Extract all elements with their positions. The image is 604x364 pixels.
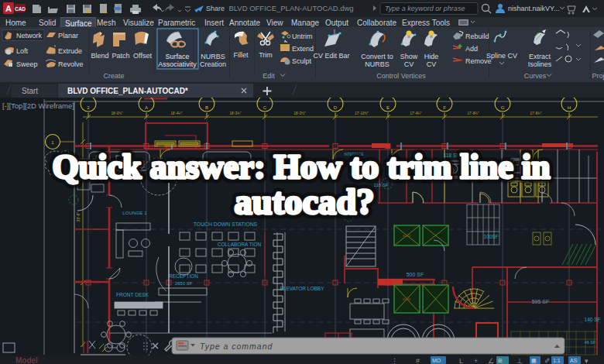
svg-text:Proje: Proje — [592, 72, 604, 80]
svg-text:Hide: Hide — [424, 53, 439, 60]
svg-text:CAD: CAD — [15, 6, 26, 12]
svg-text:▦: ▦ — [531, 358, 537, 363]
svg-text:CV: CV — [427, 60, 437, 68]
svg-text:▾: ▾ — [585, 357, 589, 364]
svg-text:Spline CV: Spline CV — [486, 52, 517, 60]
svg-text:Untrim: Untrim — [292, 33, 313, 40]
svg-text:Offset: Offset — [133, 52, 152, 60]
svg-text:Creation: Creation — [200, 60, 226, 68]
svg-text:Quick answer: How to trim line: Quick answer: How to trim line in — [53, 148, 551, 186]
svg-text:#: # — [416, 357, 420, 364]
svg-text:Share: Share — [206, 5, 225, 12]
svg-text:⊥: ⊥ — [516, 357, 523, 364]
svg-text:Type a command: Type a command — [200, 342, 273, 351]
svg-text:Extend: Extend — [292, 45, 314, 53]
svg-text:BLVD OFFICE_PLAN-AUTOCAD.dwg: BLVD OFFICE_PLAN-AUTOCAD.dwg — [228, 4, 353, 12]
svg-text:Add: Add — [465, 45, 478, 53]
svg-text:Isolines: Isolines — [528, 60, 552, 68]
svg-text:CV Edit Bar: CV Edit Bar — [313, 52, 349, 60]
svg-text:Extract: Extract — [529, 53, 551, 60]
svg-text:+: + — [474, 357, 478, 364]
svg-text:Type a keyword or phrase: Type a keyword or phrase — [385, 5, 465, 12]
svg-text:Create: Create — [103, 72, 124, 80]
svg-text:Loft: Loft — [16, 47, 29, 55]
svg-text:Surface: Surface — [165, 53, 189, 60]
svg-text:CV: CV — [404, 60, 414, 68]
svg-text:⊞: ⊞ — [498, 358, 503, 363]
svg-text:BLVD OFFICE_PLAN-AUTOCAD*: BLVD OFFICE_PLAN-AUTOCAD* — [67, 87, 188, 95]
svg-text:∠: ∠ — [488, 357, 494, 364]
svg-text:1:1: 1:1 — [553, 358, 561, 363]
svg-text:NURBS: NURBS — [365, 60, 390, 68]
svg-text:nishant.naikVY...: nishant.naikVY... — [508, 5, 559, 12]
svg-text:Edit: Edit — [263, 72, 275, 80]
svg-text:✐: ✐ — [544, 357, 551, 364]
svg-text:Blend: Blend — [91, 52, 108, 60]
svg-text:Fillet: Fillet — [233, 51, 249, 59]
svg-text:Extrude: Extrude — [58, 47, 82, 55]
svg-text:Associativity: Associativity — [158, 60, 197, 68]
svg-text:NURBS: NURBS — [201, 53, 225, 60]
svg-text:Show: Show — [400, 53, 418, 60]
svg-text:L: L — [459, 357, 463, 364]
svg-text:Revolve: Revolve — [58, 60, 84, 68]
svg-text:A: A — [5, 4, 12, 13]
svg-text:Convert to: Convert to — [361, 53, 393, 60]
svg-text:Control Vertices: Control Vertices — [376, 72, 426, 80]
svg-text:Planar: Planar — [58, 32, 78, 39]
svg-text:Sweep: Sweep — [16, 60, 38, 68]
svg-text:autocad?: autocad? — [235, 182, 375, 221]
svg-text:AS: AS — [570, 358, 578, 363]
svg-text:Curves: Curves — [524, 72, 547, 80]
svg-text:Sculpt: Sculpt — [292, 57, 312, 65]
svg-text:Patch: Patch — [112, 52, 129, 60]
svg-text:Trim: Trim — [259, 51, 273, 59]
svg-text:Network: Network — [16, 32, 43, 39]
svg-text:MO: MO — [432, 358, 441, 363]
svg-text:⋮: ⋮ — [391, 357, 398, 364]
svg-text:Start: Start — [22, 87, 38, 95]
svg-text:Model: Model — [15, 356, 38, 364]
svg-text:Rebuild: Rebuild — [465, 33, 489, 40]
